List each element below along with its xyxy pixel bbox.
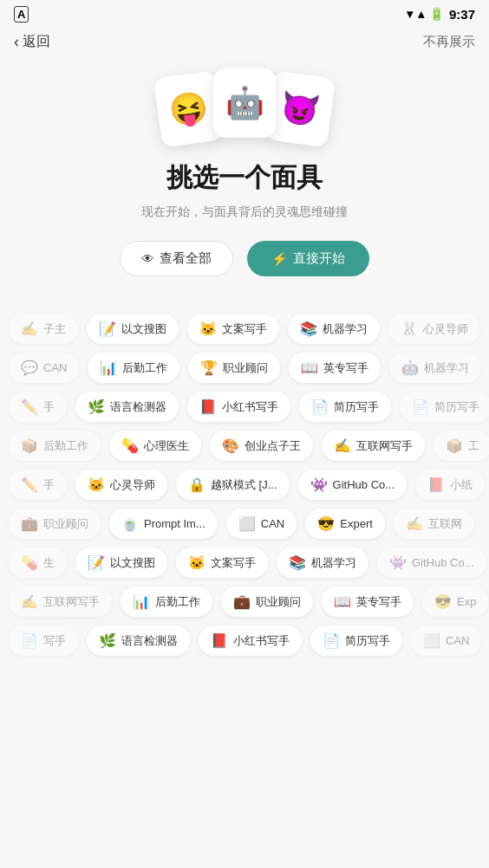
back-label: 返回 — [23, 33, 50, 51]
mask-chip[interactable]: 🐱文案写手 — [176, 547, 268, 578]
mask-chip[interactable]: 📦工 — [434, 431, 489, 461]
chip-label: 生 — [43, 555, 55, 571]
chip-label: GitHub Co... — [333, 478, 395, 491]
chip-icon: 📕 — [199, 398, 217, 415]
chip-icon: 📊 — [133, 593, 150, 610]
top-nav: ‹ 返回 不再展示 — [0, 26, 489, 58]
mask-chip[interactable]: 📕小纸 — [415, 470, 485, 500]
mask-chip[interactable]: 🎨创业点子王 — [210, 431, 313, 461]
chip-icon: 📄 — [412, 398, 429, 415]
chip-label: 后勤工作 — [155, 594, 200, 610]
eye-icon: 👁 — [141, 251, 154, 266]
mask-chip[interactable]: 💬CAN — [9, 353, 79, 383]
mask-chip[interactable]: ✏️手 — [9, 392, 67, 422]
mask-chip[interactable]: 🐱心灵导师 — [75, 470, 167, 500]
mask-chip[interactable]: 📄写手 — [9, 625, 78, 656]
mask-chip[interactable]: 🤖机器学习 — [389, 353, 481, 383]
chip-label: 简历写手 — [345, 633, 390, 649]
chip-icon: 📖 — [334, 593, 351, 610]
mask-chip[interactable]: ⬜CAN — [411, 625, 481, 656]
mask-chip[interactable]: ⬜CAN — [226, 508, 297, 539]
scroll-row-6: 💊生📝以文搜图🐱文案写手📚机器学习👾GitHub Co... — [0, 543, 489, 582]
chip-icon: 🐱 — [188, 554, 205, 571]
lightning-icon: ⚡ — [271, 251, 288, 267]
mask-chip[interactable]: 📖英专写手 — [289, 353, 381, 383]
mask-chip[interactable]: 🌿语言检测器 — [75, 392, 179, 422]
chip-label: 语言检测器 — [110, 399, 166, 415]
chip-label: 越狱模式 [J... — [211, 477, 277, 493]
chip-icon: 🔒 — [188, 476, 205, 493]
mask-chip[interactable]: ✍️互联网写手 — [322, 431, 425, 461]
mask-chip[interactable]: 🌿语言检测器 — [87, 625, 190, 656]
mask-chip[interactable]: 👾GitHub Co... — [298, 470, 408, 500]
mask-chip[interactable]: 📊后勤工作 — [88, 353, 179, 383]
chip-icon: 📦 — [446, 437, 463, 454]
mask-chip[interactable]: ✏️手 — [9, 470, 67, 500]
chip-icon: 📕 — [427, 476, 445, 493]
mask-chip[interactable]: 📕小红书写手 — [199, 625, 302, 656]
chip-icon: 🐱 — [199, 321, 217, 337]
mask-chip[interactable]: 📚机器学习 — [288, 314, 380, 344]
view-all-button[interactable]: 👁 查看全部 — [120, 241, 233, 276]
chip-icon: 📄 — [323, 632, 340, 649]
mask-emoji-3: 😈 — [278, 88, 322, 130]
mask-chip[interactable]: 🔒越狱模式 [J... — [176, 470, 290, 500]
mask-chip[interactable]: 💼职业顾问 — [221, 586, 313, 617]
chip-icon: 📊 — [100, 360, 117, 376]
app-icon: A — [14, 6, 29, 23]
scroll-row-3: 📦后勤工作💊心理医生🎨创业点子王✍️互联网写手📦工 — [0, 426, 489, 465]
start-button[interactable]: ⚡ 直接开始 — [247, 241, 369, 276]
mask-chip[interactable]: 😎Expert — [305, 508, 385, 539]
chip-label: 机器学习 — [424, 360, 469, 376]
mask-emoji-2: 🤖 — [225, 85, 264, 121]
chip-icon: ✍️ — [21, 593, 38, 610]
chip-label: Exp — [457, 595, 476, 608]
chip-label: GitHub Co... — [412, 556, 474, 569]
mask-chip[interactable]: 💼职业顾问 — [9, 508, 101, 539]
mask-chip[interactable]: 💊生 — [9, 547, 67, 578]
no-show-label: 不再展示 — [423, 34, 475, 49]
mask-chip[interactable]: 📝以文搜图 — [87, 314, 179, 344]
chip-icon: 📦 — [21, 437, 38, 454]
scroll-row-8: 📄写手🌿语言检测器📕小红书写手📄简历写手⬜CAN — [0, 621, 489, 660]
chip-label: Expert — [340, 517, 373, 530]
chip-label: 写手 — [43, 633, 66, 649]
mask-chip[interactable]: 📄简历写手 — [299, 392, 391, 422]
wifi-icon: ▾ — [407, 7, 413, 21]
mask-chip[interactable]: 📝以文搜图 — [75, 547, 167, 578]
mask-chip[interactable]: 💊心理医生 — [109, 431, 201, 461]
chip-icon: ⬜ — [423, 632, 440, 649]
chip-icon: ✍️ — [21, 321, 38, 337]
mask-chip[interactable]: 🏆职业顾问 — [188, 353, 280, 383]
mask-chip[interactable]: 📚机器学习 — [277, 547, 368, 578]
mask-chip[interactable]: 😎Exp — [422, 586, 488, 617]
scroll-row-1: 💬CAN📊后勤工作🏆职业顾问📖英专写手🤖机器学习 — [0, 348, 489, 387]
chip-icon: 📝 — [88, 554, 105, 571]
mask-chip[interactable]: 📕小红书写手 — [187, 392, 290, 422]
chip-icon: ✏️ — [21, 398, 38, 415]
chip-label: CAN — [43, 361, 67, 374]
mask-chip[interactable]: ✍️互联网写手 — [9, 586, 112, 617]
chip-icon: 📚 — [289, 554, 306, 571]
mask-chip[interactable]: ✍️互联网 — [394, 508, 474, 539]
hero-subtitle: 现在开始，与面具背后的灵魂思维碰撞 — [141, 204, 348, 220]
chip-label: 后勤工作 — [122, 360, 167, 376]
chip-icon: 💬 — [21, 360, 38, 376]
scroll-row-7: ✍️互联网写手📊后勤工作💼职业顾问📖英专写手😎Exp — [0, 582, 489, 621]
action-buttons: 👁 查看全部 ⚡ 直接开始 — [120, 241, 369, 276]
mask-chip[interactable]: 👾GitHub Co... — [377, 547, 486, 578]
back-button[interactable]: ‹ 返回 — [14, 33, 50, 51]
chip-icon: 📕 — [211, 632, 228, 649]
mask-chip[interactable]: 📦后勤工作 — [9, 431, 101, 461]
mask-chip[interactable]: 📖英专写手 — [322, 586, 414, 617]
chip-label: 后勤工作 — [43, 438, 88, 454]
mask-chip[interactable]: 📊后勤工作 — [121, 586, 212, 617]
mask-chip[interactable]: 🍵Prompt Im... — [109, 508, 218, 539]
mask-chip[interactable]: 📄简历写手 — [400, 392, 489, 422]
mask-chip[interactable]: 📄简历写手 — [310, 625, 402, 656]
no-show-button[interactable]: 不再展示 — [423, 34, 475, 50]
mask-chip[interactable]: 🐱文案写手 — [187, 314, 279, 344]
mask-chip[interactable]: ✍️子主 — [9, 314, 78, 344]
view-all-label: 查看全部 — [160, 250, 212, 267]
mask-chip[interactable]: 🐰心灵导师 — [388, 314, 480, 344]
